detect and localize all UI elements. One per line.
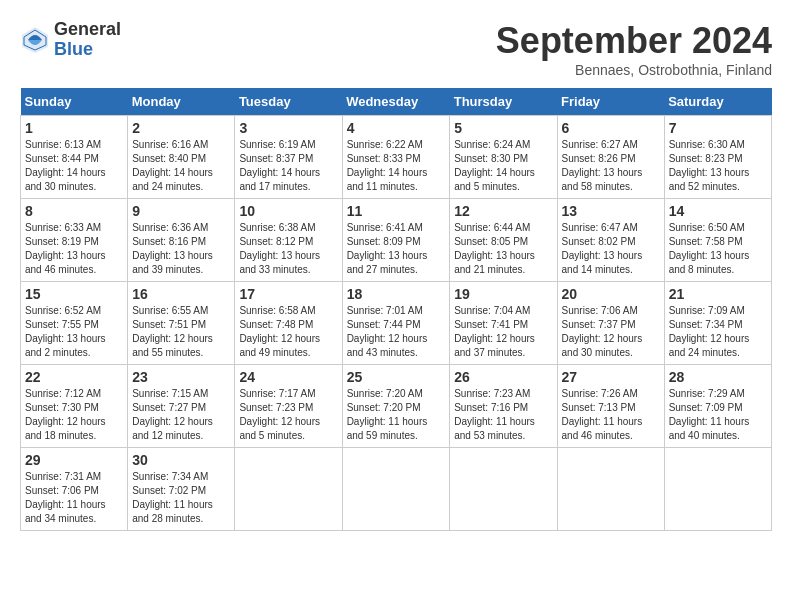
calendar-cell: 29 Sunrise: 7:31 AMSunset: 7:06 PMDaylig… xyxy=(21,448,128,531)
logo-blue-text: Blue xyxy=(54,40,121,60)
day-info: Sunrise: 6:36 AMSunset: 8:16 PMDaylight:… xyxy=(132,222,213,275)
day-number: 30 xyxy=(132,452,230,468)
day-info: Sunrise: 7:01 AMSunset: 7:44 PMDaylight:… xyxy=(347,305,428,358)
day-info: Sunrise: 7:06 AMSunset: 7:37 PMDaylight:… xyxy=(562,305,643,358)
calendar-cell: 23 Sunrise: 7:15 AMSunset: 7:27 PMDaylig… xyxy=(128,365,235,448)
logo-icon xyxy=(20,25,50,55)
day-number: 21 xyxy=(669,286,767,302)
day-number: 8 xyxy=(25,203,123,219)
day-info: Sunrise: 6:38 AMSunset: 8:12 PMDaylight:… xyxy=(239,222,320,275)
day-info: Sunrise: 6:24 AMSunset: 8:30 PMDaylight:… xyxy=(454,139,535,192)
day-number: 20 xyxy=(562,286,660,302)
logo-text: General Blue xyxy=(54,20,121,60)
calendar-cell: 12 Sunrise: 6:44 AMSunset: 8:05 PMDaylig… xyxy=(450,199,557,282)
day-number: 5 xyxy=(454,120,552,136)
logo-general-text: General xyxy=(54,20,121,40)
day-info: Sunrise: 6:50 AMSunset: 7:58 PMDaylight:… xyxy=(669,222,750,275)
column-header-tuesday: Tuesday xyxy=(235,88,342,116)
day-info: Sunrise: 6:22 AMSunset: 8:33 PMDaylight:… xyxy=(347,139,428,192)
calendar-cell xyxy=(450,448,557,531)
day-number: 22 xyxy=(25,369,123,385)
day-number: 12 xyxy=(454,203,552,219)
column-header-saturday: Saturday xyxy=(664,88,771,116)
day-number: 23 xyxy=(132,369,230,385)
day-number: 7 xyxy=(669,120,767,136)
calendar-cell: 13 Sunrise: 6:47 AMSunset: 8:02 PMDaylig… xyxy=(557,199,664,282)
day-info: Sunrise: 7:17 AMSunset: 7:23 PMDaylight:… xyxy=(239,388,320,441)
calendar-cell: 24 Sunrise: 7:17 AMSunset: 7:23 PMDaylig… xyxy=(235,365,342,448)
calendar-cell: 8 Sunrise: 6:33 AMSunset: 8:19 PMDayligh… xyxy=(21,199,128,282)
calendar-cell xyxy=(664,448,771,531)
day-info: Sunrise: 6:19 AMSunset: 8:37 PMDaylight:… xyxy=(239,139,320,192)
calendar-cell: 7 Sunrise: 6:30 AMSunset: 8:23 PMDayligh… xyxy=(664,116,771,199)
day-info: Sunrise: 6:47 AMSunset: 8:02 PMDaylight:… xyxy=(562,222,643,275)
day-info: Sunrise: 7:15 AMSunset: 7:27 PMDaylight:… xyxy=(132,388,213,441)
day-info: Sunrise: 7:23 AMSunset: 7:16 PMDaylight:… xyxy=(454,388,535,441)
day-info: Sunrise: 6:27 AMSunset: 8:26 PMDaylight:… xyxy=(562,139,643,192)
logo: General Blue xyxy=(20,20,121,60)
day-info: Sunrise: 6:52 AMSunset: 7:55 PMDaylight:… xyxy=(25,305,106,358)
calendar-cell: 28 Sunrise: 7:29 AMSunset: 7:09 PMDaylig… xyxy=(664,365,771,448)
calendar-cell: 6 Sunrise: 6:27 AMSunset: 8:26 PMDayligh… xyxy=(557,116,664,199)
day-info: Sunrise: 6:55 AMSunset: 7:51 PMDaylight:… xyxy=(132,305,213,358)
day-number: 10 xyxy=(239,203,337,219)
day-number: 13 xyxy=(562,203,660,219)
day-number: 15 xyxy=(25,286,123,302)
calendar-cell: 3 Sunrise: 6:19 AMSunset: 8:37 PMDayligh… xyxy=(235,116,342,199)
day-number: 27 xyxy=(562,369,660,385)
location-subtitle: Bennaes, Ostrobothnia, Finland xyxy=(496,62,772,78)
day-info: Sunrise: 7:31 AMSunset: 7:06 PMDaylight:… xyxy=(25,471,106,524)
title-section: September 2024 Bennaes, Ostrobothnia, Fi… xyxy=(496,20,772,78)
day-number: 1 xyxy=(25,120,123,136)
column-header-monday: Monday xyxy=(128,88,235,116)
day-number: 4 xyxy=(347,120,446,136)
day-info: Sunrise: 7:04 AMSunset: 7:41 PMDaylight:… xyxy=(454,305,535,358)
calendar-cell: 26 Sunrise: 7:23 AMSunset: 7:16 PMDaylig… xyxy=(450,365,557,448)
calendar-cell xyxy=(342,448,450,531)
day-info: Sunrise: 7:09 AMSunset: 7:34 PMDaylight:… xyxy=(669,305,750,358)
day-info: Sunrise: 7:20 AMSunset: 7:20 PMDaylight:… xyxy=(347,388,428,441)
column-header-friday: Friday xyxy=(557,88,664,116)
header: General Blue September 2024 Bennaes, Ost… xyxy=(20,20,772,78)
day-number: 28 xyxy=(669,369,767,385)
day-info: Sunrise: 6:33 AMSunset: 8:19 PMDaylight:… xyxy=(25,222,106,275)
calendar-week-row: 8 Sunrise: 6:33 AMSunset: 8:19 PMDayligh… xyxy=(21,199,772,282)
calendar-cell: 1 Sunrise: 6:13 AMSunset: 8:44 PMDayligh… xyxy=(21,116,128,199)
day-number: 17 xyxy=(239,286,337,302)
day-number: 16 xyxy=(132,286,230,302)
calendar-header-row: SundayMondayTuesdayWednesdayThursdayFrid… xyxy=(21,88,772,116)
calendar-cell: 5 Sunrise: 6:24 AMSunset: 8:30 PMDayligh… xyxy=(450,116,557,199)
day-info: Sunrise: 7:12 AMSunset: 7:30 PMDaylight:… xyxy=(25,388,106,441)
calendar-table: SundayMondayTuesdayWednesdayThursdayFrid… xyxy=(20,88,772,531)
calendar-cell: 20 Sunrise: 7:06 AMSunset: 7:37 PMDaylig… xyxy=(557,282,664,365)
calendar-week-row: 29 Sunrise: 7:31 AMSunset: 7:06 PMDaylig… xyxy=(21,448,772,531)
day-number: 14 xyxy=(669,203,767,219)
day-info: Sunrise: 7:26 AMSunset: 7:13 PMDaylight:… xyxy=(562,388,643,441)
calendar-cell: 27 Sunrise: 7:26 AMSunset: 7:13 PMDaylig… xyxy=(557,365,664,448)
day-info: Sunrise: 6:13 AMSunset: 8:44 PMDaylight:… xyxy=(25,139,106,192)
calendar-cell: 10 Sunrise: 6:38 AMSunset: 8:12 PMDaylig… xyxy=(235,199,342,282)
calendar-cell: 15 Sunrise: 6:52 AMSunset: 7:55 PMDaylig… xyxy=(21,282,128,365)
day-number: 2 xyxy=(132,120,230,136)
day-number: 26 xyxy=(454,369,552,385)
day-info: Sunrise: 6:41 AMSunset: 8:09 PMDaylight:… xyxy=(347,222,428,275)
day-number: 9 xyxy=(132,203,230,219)
day-number: 19 xyxy=(454,286,552,302)
day-info: Sunrise: 6:30 AMSunset: 8:23 PMDaylight:… xyxy=(669,139,750,192)
calendar-cell: 30 Sunrise: 7:34 AMSunset: 7:02 PMDaylig… xyxy=(128,448,235,531)
calendar-cell xyxy=(235,448,342,531)
column-header-thursday: Thursday xyxy=(450,88,557,116)
month-title: September 2024 xyxy=(496,20,772,62)
calendar-cell: 4 Sunrise: 6:22 AMSunset: 8:33 PMDayligh… xyxy=(342,116,450,199)
calendar-cell: 25 Sunrise: 7:20 AMSunset: 7:20 PMDaylig… xyxy=(342,365,450,448)
day-number: 3 xyxy=(239,120,337,136)
day-info: Sunrise: 7:34 AMSunset: 7:02 PMDaylight:… xyxy=(132,471,213,524)
day-number: 18 xyxy=(347,286,446,302)
calendar-week-row: 15 Sunrise: 6:52 AMSunset: 7:55 PMDaylig… xyxy=(21,282,772,365)
calendar-cell: 19 Sunrise: 7:04 AMSunset: 7:41 PMDaylig… xyxy=(450,282,557,365)
day-info: Sunrise: 6:44 AMSunset: 8:05 PMDaylight:… xyxy=(454,222,535,275)
day-number: 24 xyxy=(239,369,337,385)
calendar-cell: 16 Sunrise: 6:55 AMSunset: 7:51 PMDaylig… xyxy=(128,282,235,365)
calendar-cell: 11 Sunrise: 6:41 AMSunset: 8:09 PMDaylig… xyxy=(342,199,450,282)
calendar-week-row: 22 Sunrise: 7:12 AMSunset: 7:30 PMDaylig… xyxy=(21,365,772,448)
